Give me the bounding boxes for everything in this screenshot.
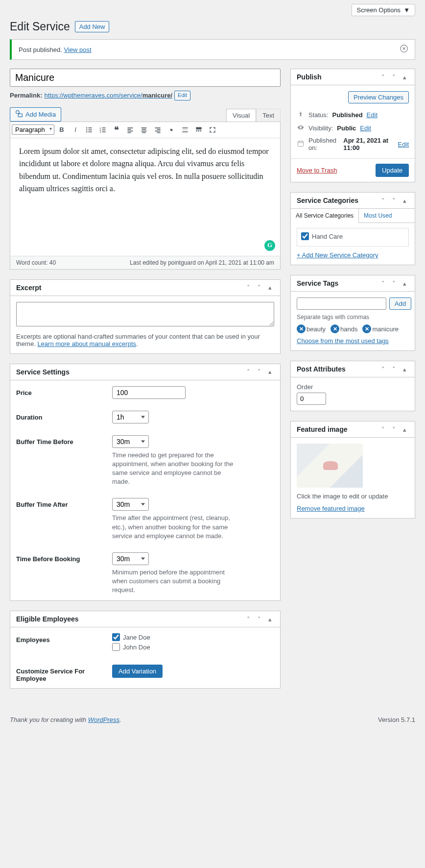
add-category-link[interactable]: + Add New Service Category	[297, 251, 378, 259]
notice-published: Post published. View post	[10, 39, 415, 60]
permalink-link[interactable]: https://wpthemeraves.com/service/manicur…	[44, 92, 172, 99]
calendar-icon	[297, 140, 305, 149]
fullscreen-icon[interactable]	[206, 124, 219, 136]
toggle-icon[interactable]: ▴	[265, 368, 274, 375]
media-icon	[15, 110, 23, 119]
update-button[interactable]: Update	[376, 164, 409, 177]
quote-icon[interactable]: ❝	[110, 124, 123, 136]
order-input[interactable]	[297, 393, 326, 405]
edit-status-link[interactable]: Edit	[367, 111, 378, 119]
link-icon[interactable]	[165, 124, 178, 136]
featured-image-thumbnail[interactable]	[297, 444, 363, 488]
bullet-list-icon[interactable]	[83, 124, 95, 136]
edit-date-link[interactable]: Edit	[398, 141, 409, 148]
remove-tag-icon[interactable]: ✕	[362, 324, 371, 333]
move-up-icon[interactable]: ˄	[378, 426, 387, 433]
toggle-icon[interactable]: ▴	[400, 366, 409, 373]
featured-help: Click the image to edit or update	[297, 493, 409, 500]
status-value: Published	[332, 111, 362, 119]
numbered-list-icon[interactable]: 123	[96, 124, 109, 136]
move-down-icon[interactable]: ˅	[255, 616, 263, 623]
add-tag-button[interactable]: Add	[389, 298, 411, 310]
toggle-icon[interactable]: ▴	[400, 74, 409, 81]
tag-input[interactable]	[297, 298, 386, 310]
version-label: Version 5.7.1	[378, 716, 415, 723]
visibility-label: Visibility:	[308, 124, 333, 132]
employee-checkbox-john[interactable]	[112, 643, 120, 651]
preview-button[interactable]: Preview Changes	[348, 91, 409, 103]
tab-visual[interactable]: Visual	[226, 109, 256, 122]
move-down-icon[interactable]: ˅	[389, 366, 398, 373]
svg-point-3	[86, 127, 87, 128]
duration-select[interactable]: 1h	[112, 411, 149, 423]
buffer-after-select[interactable]: 30m	[112, 498, 149, 511]
move-down-icon[interactable]: ˅	[255, 368, 263, 375]
toggle-icon[interactable]: ▴	[265, 616, 274, 623]
svg-rect-4	[88, 127, 92, 128]
move-down-icon[interactable]: ˅	[389, 280, 398, 287]
dismiss-icon[interactable]	[400, 45, 408, 54]
price-input[interactable]	[112, 386, 186, 399]
view-post-link[interactable]: View post	[64, 46, 92, 53]
published-label: Published on:	[308, 137, 339, 151]
add-media-button[interactable]: Add Media	[10, 107, 61, 122]
svg-text:3: 3	[100, 130, 101, 133]
grammarly-icon[interactable]: G	[264, 240, 275, 251]
add-variation-button[interactable]: Add Variation	[112, 665, 163, 678]
edit-visibility-link[interactable]: Edit	[360, 124, 371, 132]
employee-checkbox-jane[interactable]	[112, 633, 120, 641]
order-label: Order	[297, 383, 409, 391]
time-before-select[interactable]: 30m	[112, 552, 149, 565]
add-new-button[interactable]: Add New	[75, 21, 110, 32]
excerpt-textarea[interactable]	[16, 302, 274, 326]
move-down-icon[interactable]: ˅	[255, 284, 263, 291]
format-select[interactable]: Paragraph	[12, 124, 54, 135]
move-up-icon[interactable]: ˄	[378, 197, 387, 204]
bold-icon[interactable]: B	[55, 124, 68, 136]
move-up-icon[interactable]: ˄	[244, 616, 253, 623]
svg-rect-24	[157, 129, 160, 130]
editor-content[interactable]: Lorem ipsum dolor sit amet, consectetur …	[10, 138, 280, 256]
align-right-icon[interactable]	[151, 124, 164, 136]
readmore-icon[interactable]	[179, 124, 191, 136]
remove-featured-link[interactable]: Remove featured image	[297, 505, 365, 512]
toggle-icon[interactable]: ▴	[400, 197, 409, 204]
align-left-icon[interactable]	[124, 124, 137, 136]
buffer-before-select[interactable]: 30m	[112, 435, 149, 448]
excerpt-learn-link[interactable]: Learn more about manual excerpts	[37, 340, 136, 347]
choose-tags-link[interactable]: Choose from the most used tags	[297, 337, 389, 345]
move-up-icon[interactable]: ˄	[378, 366, 387, 373]
page-title: Edit Service	[10, 20, 70, 33]
move-down-icon[interactable]: ˅	[389, 74, 398, 81]
trash-link[interactable]: Move to Trash	[297, 167, 337, 174]
tab-all-categories[interactable]: All Service Categories	[291, 209, 359, 223]
attributes-title: Post Attributes	[297, 365, 346, 373]
move-up-icon[interactable]: ˄	[244, 284, 253, 291]
move-down-icon[interactable]: ˅	[389, 426, 398, 433]
buffer-after-label: Buffer Time After	[16, 498, 112, 508]
price-label: Price	[16, 386, 112, 397]
title-input[interactable]	[10, 69, 281, 87]
remove-tag-icon[interactable]: ✕	[331, 324, 339, 333]
toolbar-toggle-icon[interactable]	[192, 124, 205, 136]
move-up-icon[interactable]: ˄	[244, 368, 253, 375]
italic-icon[interactable]: I	[69, 124, 82, 136]
tab-most-used[interactable]: Most Used	[359, 209, 397, 223]
svg-rect-28	[182, 129, 188, 130]
move-down-icon[interactable]: ˅	[389, 197, 398, 204]
wordpress-link[interactable]: WordPress	[88, 716, 119, 723]
remove-tag-icon[interactable]: ✕	[297, 324, 306, 333]
buffer-before-desc: Time needed to get prepared for the appo…	[112, 451, 235, 487]
align-center-icon[interactable]	[138, 124, 150, 136]
svg-rect-12	[102, 129, 105, 130]
toggle-icon[interactable]: ▴	[400, 280, 409, 287]
toggle-icon[interactable]: ▴	[265, 284, 274, 291]
move-up-icon[interactable]: ˄	[378, 74, 387, 81]
editor: Paragraph B I 123 ❝ Lorem ipsum dolor si…	[10, 122, 281, 270]
screen-options-button[interactable]: Screen Options ▼	[352, 4, 415, 16]
tab-text[interactable]: Text	[256, 109, 281, 122]
move-up-icon[interactable]: ˄	[378, 280, 387, 287]
edit-permalink-button[interactable]: Edit	[174, 91, 190, 100]
toggle-icon[interactable]: ▴	[400, 426, 409, 433]
category-checkbox[interactable]	[301, 232, 309, 240]
